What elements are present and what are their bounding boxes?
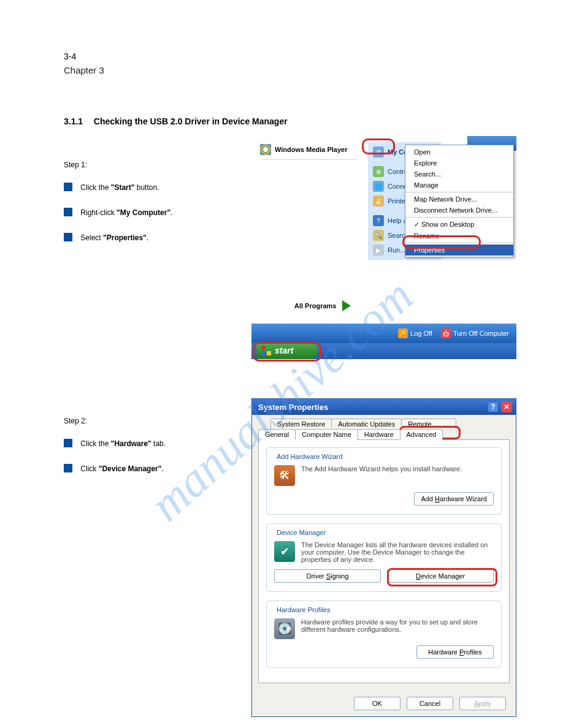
label: Turn Off Computer [453,330,509,337]
start-left-column: Windows Media Player [258,142,362,162]
highlight-properties [402,235,481,249]
system-properties-dialog: System Properties ? ✕ System Restore Aut… [251,398,516,717]
bullet-icon [64,464,72,472]
label: Run... [388,246,405,254]
step1-label: Step 1: [64,161,172,169]
text: Click [80,464,98,473]
chapter-label: Chapter 3 [64,65,518,75]
driver-signing-button[interactable]: Driver Signing [274,569,381,583]
hardware-profiles-button[interactable]: Hardware Profiles [416,645,494,659]
group-text: The Device Manager lists all the hardwar… [301,541,494,563]
help-icon: ? [373,215,384,226]
tab-automatic-updates[interactable]: Automatic Updates [331,419,402,429]
wmp-label: Windows Media Player [275,146,348,153]
turnoff-button[interactable]: ⏻ Turn Off Computer [441,328,509,338]
cm-show-on-desktop[interactable]: ✓ Show on Desktop [405,219,513,230]
help-button[interactable]: ? [488,401,499,412]
printer-icon: 🖨 [373,195,384,207]
text: Right-click [80,208,117,217]
step1-bullet-1: Click the "Start" button. [64,183,172,192]
section-heading: Checking the USB 2.0 Driver in Device Ma… [94,116,288,126]
arrow-right-icon [342,300,351,311]
highlight-device-manager-button [387,568,497,586]
page-header: 3-4 Chapter 3 [64,51,518,75]
text: . [161,464,163,473]
text: . [170,208,172,217]
tab-general[interactable]: General [258,429,296,440]
text-bold: "Hardware" [111,439,151,448]
all-programs-label: All Programs [294,302,336,309]
add-hardware-wizard-button[interactable]: Add Hardware Wizard [414,492,494,506]
step2-bullet-2: Click "Device Manager". [64,464,166,473]
step2-block: Step 2: Click the "Hardware" tab. Click … [64,417,166,476]
text: Click the [80,183,110,192]
ok-button[interactable]: OK [354,697,400,710]
all-programs[interactable]: All Programs [294,300,351,311]
cm-explore[interactable]: Explore [405,157,513,169]
dialog-title: System Properties [258,403,328,412]
text-bold: "Start" [111,183,135,192]
group-title: Hardware Profiles [274,606,332,613]
logoff-button[interactable]: 🔑 Log Off [398,328,432,338]
text: Select [80,233,103,242]
text-bold: "Device Manager" [99,464,162,473]
group-device-manager: Device Manager ✔ The Device Manager list… [266,523,502,592]
cancel-button[interactable]: Cancel [407,697,453,710]
globe-icon: 🌐 [373,181,384,192]
page-number: 3-4 [64,51,518,61]
wmp-icon [260,144,271,155]
section-number: 3.1.1 [64,116,83,126]
step1-bullet-3: Select "Properties". [64,233,172,242]
titlebar: System Properties ? ✕ [252,399,516,415]
search-icon: 🔍 [373,230,384,241]
group-hardware-profiles: Hardware Profiles 💽 Hardware profiles pr… [266,601,502,668]
text: tab. [151,439,166,448]
separator [405,217,513,218]
step1-block: Step 1: Click the "Start" button. Right-… [64,161,172,245]
power-icon: ⏻ [441,328,451,338]
apply-button[interactable]: Apply [459,697,506,710]
step2-label: Step 2: [64,417,166,425]
close-button[interactable]: ✕ [501,401,512,412]
separator [405,192,513,192]
device-manager-icon: ✔ [274,541,295,562]
group-text: Hardware profiles provide a way for you … [301,618,494,633]
bullet-icon [64,439,72,447]
group-title: Device Manager [274,529,328,536]
cm-search[interactable]: Search... [405,169,513,180]
dialog-footer: OK Cancel Apply [354,697,506,710]
run-icon: ▶ [373,245,384,256]
tab-advanced[interactable]: Advanced [400,429,443,440]
highlight-my-computer [362,138,395,154]
step2-bullet-1: Click the "Hardware" tab. [64,439,166,448]
separator [261,159,358,160]
cm-disconnect-drive[interactable]: Disconnect Network Drive... [405,205,513,216]
text: Click the [80,439,110,448]
text: . [147,233,148,242]
tab-system-restore[interactable]: System Restore [270,419,332,429]
step1-bullet-2: Right-click "My Computer". [64,208,172,217]
label: Log Off [410,330,432,337]
text: button. [134,183,159,192]
hardware-wizard-icon: 🛠 [274,465,295,486]
hardware-profiles-icon: 💽 [274,618,295,639]
tab-hardware[interactable]: Hardware [358,429,400,440]
group-add-hardware-wizard: Add Hardware Wizard 🛠 The Add Hardware W… [266,447,502,515]
highlight-start-button [253,342,321,362]
tab-computer-name[interactable]: Computer Name [295,429,358,440]
cm-manage[interactable]: Manage [405,180,513,191]
key-icon: 🔑 [398,328,408,338]
group-title: Add Hardware Wizard [274,453,345,460]
start-menu-footer: 🔑 Log Off ⏻ Turn Off Computer [251,324,516,343]
section-title: 3.1.1 Checking the USB 2.0 Driver in Dev… [64,116,288,126]
cm-open[interactable]: Open [405,146,513,157]
bullet-icon [64,183,72,191]
hardware-tab-body: Add Hardware Wizard 🛠 The Add Hardware W… [258,439,510,683]
text-bold: "Properties" [103,233,147,242]
group-text: The Add Hardware Wizard helps you instal… [301,465,494,472]
control-panel-icon: ⚙ [373,166,384,177]
cm-map-drive[interactable]: Map Network Drive... [405,194,513,205]
bullet-icon [64,233,72,241]
wmp-shortcut[interactable]: Windows Media Player [258,142,362,157]
bullet-icon [64,208,72,216]
